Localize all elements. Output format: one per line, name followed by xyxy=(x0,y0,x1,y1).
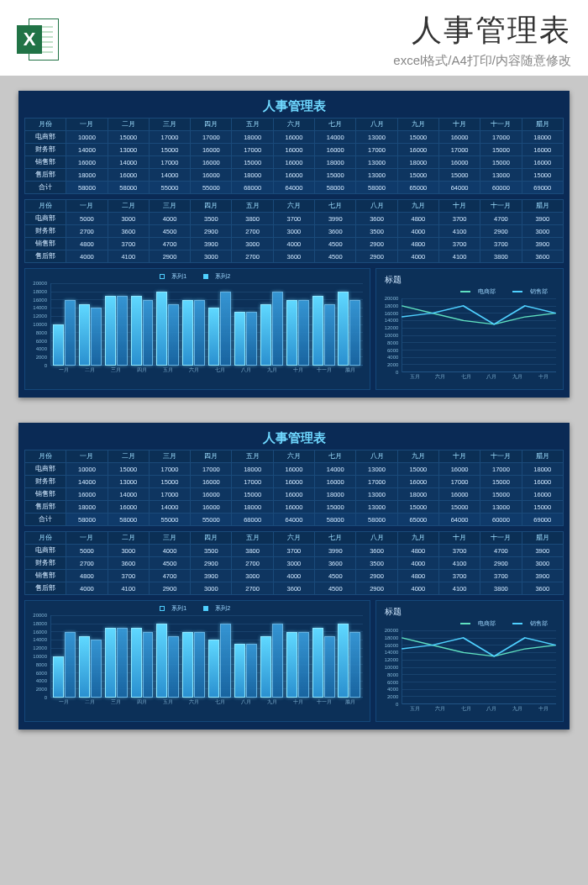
cell-value: 16000 xyxy=(397,144,438,156)
bar-series1 xyxy=(182,300,193,366)
col-header: 四月 xyxy=(191,450,232,463)
cell-value: 3000 xyxy=(232,238,273,250)
cell-value: 16000 xyxy=(438,131,480,144)
x-tick: 五月 xyxy=(155,698,181,708)
bar-series1 xyxy=(260,304,271,366)
cell-value: 14000 xyxy=(108,156,149,169)
bar-series2 xyxy=(324,636,335,698)
bar-series1 xyxy=(53,324,64,366)
cell-value: 4800 xyxy=(397,213,438,225)
cell-value: 4000 xyxy=(397,225,438,238)
cell-value: 4000 xyxy=(273,570,314,582)
cell-value: 3700 xyxy=(438,570,480,582)
sheet-title: 人事管理表 xyxy=(24,97,564,118)
cell-value: 10000 xyxy=(66,463,108,476)
cell-value: 69000 xyxy=(522,514,563,526)
col-header-month: 月份 xyxy=(25,450,66,463)
col-header: 六月 xyxy=(273,532,314,545)
cell-value: 3800 xyxy=(480,582,522,595)
bar-group xyxy=(104,283,129,366)
sheet-title: 人事管理表 xyxy=(24,429,564,450)
bar-group xyxy=(207,615,232,698)
table-2: 月份一月二月三月四月五月六月七月八月九月十月十一月腊月 电商部500030004… xyxy=(24,199,564,263)
bar-series2 xyxy=(117,628,128,698)
bar-series2 xyxy=(65,300,76,366)
cell-value: 13000 xyxy=(356,169,397,182)
cell-value: 18000 xyxy=(522,131,563,144)
table-row: 销售部4800370047003900300040004500290048003… xyxy=(25,570,564,582)
cell-value: 4500 xyxy=(149,557,190,570)
table-row: 电商部1000015000170001700018000160001400013… xyxy=(25,131,564,144)
bar-series2 xyxy=(117,296,128,366)
cell-value: 2900 xyxy=(191,225,232,238)
x-tick: 腊月 xyxy=(337,366,363,376)
cell-value: 18000 xyxy=(232,131,273,144)
bar-series2 xyxy=(143,300,154,366)
cell-value: 60000 xyxy=(480,514,522,526)
cell-value: 14000 xyxy=(149,501,190,514)
cell-value: 64000 xyxy=(438,514,480,526)
cell-value: 13000 xyxy=(356,463,397,476)
bar-series2 xyxy=(246,644,257,698)
cell-value: 2900 xyxy=(356,250,397,263)
cell-value: 15000 xyxy=(397,169,438,182)
row-label: 销售部 xyxy=(25,156,66,169)
cell-value: 3000 xyxy=(108,545,149,557)
cell-value: 65000 xyxy=(397,182,438,194)
bar-group xyxy=(286,283,310,366)
line-chart: 标题 电商部 销售部 02000400060008000100001200014… xyxy=(375,268,564,390)
cell-value: 68000 xyxy=(232,182,273,194)
cell-value: 58000 xyxy=(356,514,397,526)
row-label: 电商部 xyxy=(25,463,66,476)
col-header: 三月 xyxy=(149,532,190,545)
line-chart-title: 标题 xyxy=(381,604,558,619)
x-tick: 八月 xyxy=(233,698,259,708)
cell-value: 15000 xyxy=(149,144,190,156)
cell-value: 15000 xyxy=(397,463,438,476)
bar-series1 xyxy=(260,636,271,698)
excel-icon: X xyxy=(17,18,59,61)
bar-chart: 系列1 系列2 02000400060008000100001200014000… xyxy=(24,268,370,390)
cell-value: 58000 xyxy=(66,514,108,526)
bar-series1 xyxy=(105,296,116,366)
col-header: 九月 xyxy=(397,450,438,463)
cell-value: 16000 xyxy=(191,156,232,169)
cell-value: 4100 xyxy=(438,225,480,238)
bar-series2 xyxy=(220,292,231,366)
col-header: 一月 xyxy=(66,119,108,131)
row-label: 电商部 xyxy=(25,545,66,557)
cell-value: 17000 xyxy=(480,131,522,144)
cell-value: 17000 xyxy=(356,144,397,156)
line-chart: 标题 电商部 销售部 02000400060008000100001200014… xyxy=(375,600,564,722)
cell-value: 2900 xyxy=(356,570,397,582)
bar-series2 xyxy=(272,292,283,366)
x-tick: 一月 xyxy=(50,698,76,708)
col-header: 八月 xyxy=(356,450,397,463)
cell-value: 16000 xyxy=(315,476,356,488)
col-header: 二月 xyxy=(108,119,149,131)
cell-value: 3000 xyxy=(522,225,563,238)
cell-value: 15000 xyxy=(397,501,438,514)
bar-series1 xyxy=(131,296,142,366)
bar-series1 xyxy=(286,632,297,698)
sheet-preview: 人事管理表 月份一月二月三月四月五月六月七月八月九月十月十一月腊月 电商部100… xyxy=(18,423,570,730)
bar-series1 xyxy=(182,632,193,698)
cell-value: 3600 xyxy=(273,582,314,595)
cell-value: 4100 xyxy=(108,250,149,263)
bar-group xyxy=(234,615,258,698)
cell-value: 15000 xyxy=(397,131,438,144)
cell-value: 3900 xyxy=(191,238,232,250)
cell-value: 17000 xyxy=(149,463,190,476)
bar-group xyxy=(337,615,361,698)
col-header: 七月 xyxy=(315,119,356,131)
cell-value: 13000 xyxy=(480,169,522,182)
table-row: 电商部1000015000170001700018000160001400013… xyxy=(25,463,564,476)
x-tick: 六月 xyxy=(181,698,207,708)
bar-series1 xyxy=(79,304,90,366)
x-tick: 七月 xyxy=(207,366,233,376)
cell-value: 3700 xyxy=(438,213,480,225)
table-row: 财务部1400013000150001600017000160001600017… xyxy=(25,476,564,488)
bar-group xyxy=(181,283,206,366)
cell-value: 3600 xyxy=(108,225,149,238)
bar-series1 xyxy=(53,656,64,698)
